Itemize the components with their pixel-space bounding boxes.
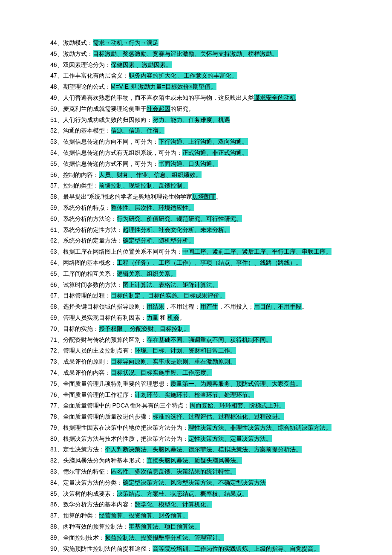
item-number: 86、: [50, 501, 63, 508]
plain-text: 人们普遍喜欢熟悉的事物，而不喜欢陌生或未知的事与物，这反映出人类: [63, 94, 254, 101]
highlighted-text: 经营预算、投资预算、财务预算。: [99, 512, 188, 519]
highlighted-text: 保健因素 、激励因素。: [111, 61, 172, 68]
list-item: 85、决策树的构成要素：决策结点、方案枝、状态结点、概率枝、结果点。: [50, 489, 342, 500]
item-number: 67、: [50, 292, 63, 299]
item-number: 51、: [50, 116, 63, 123]
plain-text: 决策树的构成要素：: [63, 490, 117, 497]
plain-text: 目标的实施：: [63, 325, 99, 332]
list-item: 79、根据理性因素在决策中的地位把决策方法分为：理性决策方法、非理性决策方法、综…: [50, 422, 342, 434]
plain-text: 沟通的基本模型：: [63, 127, 111, 134]
list-item: 47、工作丰富化有两层含义：职务内容的扩大化 、工作意义的丰富化。: [50, 70, 342, 81]
highlighted-text: 力量: [147, 314, 159, 321]
highlighted-text: 决策结点、方案枝、状态结点、概率枝、结果点。: [117, 490, 248, 497]
plain-text: 工作丰富化有两层含义：: [63, 72, 129, 79]
plain-text: 试算时间参数的方法：: [63, 281, 123, 288]
item-number: 78、: [50, 413, 63, 420]
highlighted-text: 授予权限 、分配资财、目标控制。: [99, 325, 190, 332]
highlighted-text: 努力、能力、任务难度、机遇: [153, 116, 230, 123]
plain-text: 系统分析的特点：: [63, 204, 111, 211]
plain-text: 全面控制技术：: [63, 534, 105, 541]
plain-text: 最早提出“系统”概念的学者是奥地利理论生物学家: [63, 193, 192, 200]
plain-text: 根据工序在网络图上的位置关系不同可分为：: [63, 248, 182, 255]
plain-text: 和: [159, 314, 168, 321]
list-item: 53、依据信息传递的方向不同，可分为：下行沟通、上行沟通、双向沟通。: [50, 136, 342, 147]
list-item: 62、系统分析的定量方法：确定型分析、随机型分析。: [50, 235, 342, 246]
highlighted-text: 行为研究、价值研究、规范研究、可行性研究。: [117, 215, 242, 222]
list-item: 77、全面质量管理中的 PDCA 循环具有的三个特点：周而复始、环环相套、阶梯式…: [50, 400, 342, 411]
highlighted-text: 人员、财务 、作业、信息、组织绩效。: [99, 171, 202, 178]
item-number: 55、: [50, 160, 63, 167]
plain-text: 双因素理论分为：: [63, 61, 111, 68]
highlighted-text: 个人判断决策法、头脑风暴法、德尔菲法、模拟决策法、方案前提分析法。: [105, 446, 302, 453]
item-number: 90、: [50, 545, 63, 552]
item-number: 83、: [50, 468, 63, 475]
item-number: 61、: [50, 226, 63, 233]
highlighted-text: 下行沟通、上行沟通、双向沟通。: [159, 138, 248, 145]
plain-text: 分配资财与传统的预算的区别：: [63, 336, 147, 343]
item-number: 60、: [50, 215, 63, 222]
highlighted-text: 逻辑关系、组织关系。: [117, 270, 176, 277]
list-item: 81、定性决策方法：个人判断决策法、头脑风暴法、德尔菲法、模拟决策法、方案前提分…: [50, 444, 342, 455]
list-item: 76、全面质量管理的工作程序：计划环节、实施环节、检查环节、处理环节。: [50, 390, 342, 401]
item-number: 74、: [50, 369, 63, 376]
highlighted-text: 存在基础不同、强调重点不同、获得机制不同。: [147, 336, 272, 343]
plain-text: 根据理性因素在决策中的地位把决策方法分为：: [63, 424, 188, 431]
item-number: 75、: [50, 380, 63, 387]
item-number: 66、: [50, 281, 63, 288]
highlighted-text: 信源、信道、住宿。: [111, 127, 164, 134]
item-number: 82、: [50, 457, 63, 464]
highlighted-text: 目标导向原则、实事求是原则、重在激励原则。: [111, 358, 236, 365]
list-item: 83、德尔菲法的特征：匿名性、多次信息反馈、决策结果的统计特性。: [50, 466, 342, 477]
item-number: 59、: [50, 204, 63, 211]
plain-text: 依据信息传递的方向不同，可分为：: [63, 138, 159, 145]
highlighted-text: 数学化、模型化、计算机化。: [135, 501, 212, 508]
document-body: 44、激励模式：需求→动机→行为→满足45、激励方式：目标激励、奖惩激励、竞赛与…: [50, 38, 342, 554]
plain-text: 依据信息传递的方式有无组织系统，可分为：: [63, 149, 182, 156]
list-item: 68、选择关键目标领域的指导原则：用结果，不用过程；用产生，不用投入；用目的，不…: [50, 301, 342, 312]
list-item: 60、系统分析的方法论：行为研究、价值研究、规范研究、可行性研究。: [50, 214, 342, 225]
item-number: 73、: [50, 358, 63, 365]
list-item: 58、最早提出“系统”概念的学者是奥地利理论生物学家贝塔朗菲。: [50, 191, 342, 202]
plain-text: 麦克利兰的成就需要理论侧重于: [63, 105, 147, 112]
list-item: 75、全面质量管理几项特别重要的管理思想：质量第一、为顾客服务、预防式管理、大家…: [50, 379, 342, 390]
highlighted-text: 定性决策方法、定量决策方法。: [188, 435, 272, 442]
list-item: 89、全面控制技术：损益控制法、投资报酬率分析法、管理审计。: [50, 532, 342, 543]
highlighted-underlined-text: 社会起因: [147, 105, 170, 112]
list-item: 64、网络图的基本概念：工程（任务）、工序（工作）、事项（结点、事件）、线路（路…: [50, 257, 342, 269]
item-number: 68、: [50, 303, 63, 310]
plain-text: 预算的种类：: [63, 512, 99, 519]
highlighted-text: 质量第一、为顾客服务、预防式管理、大家受益。: [170, 380, 302, 387]
highlighted-text: 直接头脑风暴法、质疑头脑风暴法。: [147, 457, 242, 464]
plain-text: 。: [302, 303, 308, 310]
item-number: 57、: [50, 182, 63, 189]
highlighted-text: 环境、目标、计划、资财和日常工作。: [135, 347, 236, 354]
plain-text: 系统分析的方法论：: [63, 215, 117, 222]
item-number: 70、: [50, 325, 63, 332]
item-number: 85、: [50, 490, 63, 497]
list-item: 70、目标的实施：授予权限 、分配资财、目标控制。: [50, 324, 342, 335]
list-item: 49、人们普遍喜欢熟悉的事物，而不喜欢陌生或未知的事与物，这反映出人类谋求安全的…: [50, 92, 342, 104]
list-item: 56、控制的内容：人员、财务 、作业、信息、组织绩效。: [50, 170, 342, 181]
item-number: 64、: [50, 259, 63, 266]
plain-text: 成果评价的内容：: [63, 369, 111, 376]
highlighted-text: 职务内容的扩大化 、工作意义的丰富化。: [129, 72, 238, 79]
item-number: 53、: [50, 138, 63, 145]
highlighted-text: 损益控制法、投资报酬率分析法、管理审计。: [105, 534, 224, 541]
highlighted-text: 确定型决策方法、风险型决策方法、不确定型决策方法: [123, 479, 266, 486]
list-item: 72、管理人员的主要控制点有：环境、目标、计划、资财和日常工作。: [50, 345, 342, 356]
highlighted-text: 周而复始、环环相套、阶梯式上升。: [190, 402, 285, 409]
plain-text: 网络图的基本概念：: [63, 259, 117, 266]
highlighted-text: 标准的选择、过程评估、过程标准化、过程改进。: [153, 413, 284, 420]
list-item: 87、预算的种类：经营预算、投资预算、财务预算。: [50, 510, 342, 521]
item-number: 44、: [50, 39, 63, 46]
plain-text: 两种有效的预算控制法：: [63, 523, 129, 530]
highlighted-text: 零基预算法、项目预算法。: [129, 523, 200, 530]
highlighted-text: 整体性、层次性、环境适应性。: [111, 204, 194, 211]
highlighted-text: 理性决策方法、非理性决策方法、综合协调决策方法。: [188, 424, 331, 431]
highlighted-text: 目标状况、目标实施手段、工作态度。: [111, 369, 212, 376]
highlighted-text: 用产生: [200, 303, 218, 310]
plain-text: 。: [179, 314, 185, 321]
plain-text: 激励方式：: [63, 50, 93, 57]
plain-text: 管理人员的主要控制点有：: [63, 347, 135, 354]
plain-text: 全面质量管理几项特别重要的管理思想：: [63, 380, 170, 387]
